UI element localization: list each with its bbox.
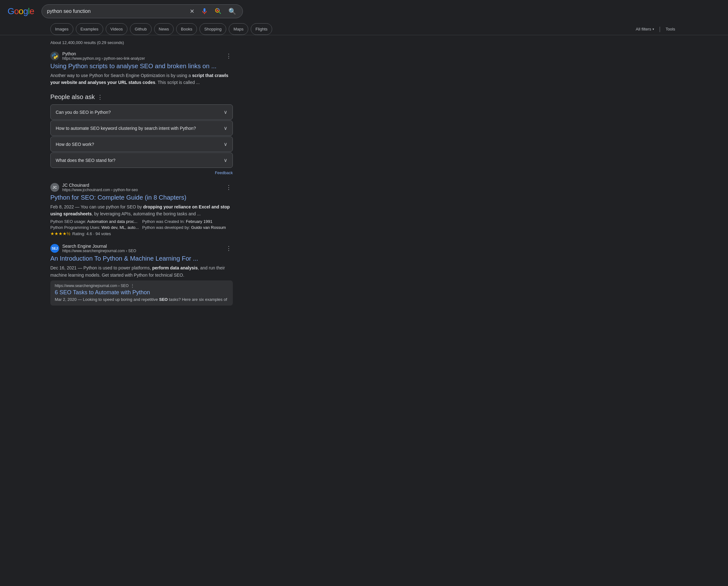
tab-news[interactable]: News	[154, 23, 174, 35]
result-1-snippet: Another way to use Python for Search Eng…	[50, 72, 233, 86]
result-1-source-name: Python	[62, 51, 145, 56]
result-1-more-icon[interactable]: ⋮	[225, 51, 233, 61]
tab-examples[interactable]: Examples	[76, 23, 103, 35]
all-filters-label: All filters	[636, 27, 651, 31]
search-input[interactable]	[47, 8, 189, 14]
paa-chevron-2: ∨	[224, 141, 227, 147]
sub-link-1-title[interactable]: 6 SEO Tasks to Automate with Python	[55, 289, 228, 296]
chevron-down-icon: ▾	[652, 27, 654, 31]
mic-button[interactable]	[199, 6, 209, 16]
result-2-rating: ★★★★½ Rating: 4.6 · 94 votes	[50, 231, 233, 236]
google-logo: Google	[7, 6, 34, 16]
result-1-source-info: Python https://www.python.org › python-s…	[62, 51, 145, 61]
result-2-snippet: Feb 8, 2022 — You can use python for SEO…	[50, 204, 233, 217]
result-3-favicon: SEJ	[50, 244, 59, 253]
result-1-title[interactable]: Using Python scripts to analyse SEO and …	[50, 62, 233, 70]
svg-point-3	[54, 57, 54, 58]
result-3-source-url: https://www.searchenginejournal.com › SE…	[62, 249, 136, 253]
result-1-source: Python https://www.python.org › python-s…	[50, 51, 233, 61]
search-bar-wrapper: ✕ 🔍	[42, 4, 243, 18]
paa-chevron-1: ∨	[224, 125, 227, 131]
tab-images[interactable]: Images	[50, 23, 73, 35]
tab-videos[interactable]: Videos	[106, 23, 128, 35]
result-3-title[interactable]: An Introduction To Python & Machine Lear…	[50, 254, 233, 263]
svg-point-1	[217, 9, 218, 11]
search-icons: ✕ 🔍	[189, 6, 237, 16]
meta-developed-label: Python was developed by: Guido van Rossu…	[142, 225, 233, 230]
result-2-source: JC JC Chouinard https://www.jcchouinard.…	[50, 183, 233, 192]
result-2-source-info: JC Chouinard https://www.jcchouinard.com…	[62, 183, 138, 192]
result-2-meta: Python SEO usage: Automation and data pr…	[50, 219, 233, 230]
paa-question-1: How to automate SEO keyword clustering b…	[56, 126, 196, 131]
python-logo-icon	[51, 53, 58, 59]
sub-link-1-snippet: Mar 2, 2020 — Looking to speed up boring…	[55, 296, 228, 303]
search-bar[interactable]: ✕ 🔍	[42, 4, 243, 18]
paa-chevron-3: ∨	[224, 157, 227, 163]
result-3-source: SEJ Search Engine Journal https://www.se…	[50, 244, 233, 253]
meta-uses-label: Python Programming Uses: Web dev, ML, au…	[50, 225, 141, 230]
paa-item-0[interactable]: Can you do SEO in Python? ∨	[50, 104, 233, 120]
search-result-2: JC JC Chouinard https://www.jcchouinard.…	[50, 183, 233, 236]
paa-item-2[interactable]: How do SEO work? ∨	[50, 136, 233, 152]
meta-seo-usage-label: Python SEO usage: Automation and data pr…	[50, 219, 141, 224]
sub-link-1-url: https://www.searchenginejournal.com › SE…	[55, 284, 228, 288]
results-count: About 12,400,000 results (0.29 seconds)	[50, 40, 233, 45]
search-icon: 🔍	[228, 7, 236, 15]
lens-icon	[215, 7, 222, 15]
tab-shopping[interactable]: Shopping	[199, 23, 226, 35]
result-1-source-url: https://www.python.org › python-seo-link…	[62, 56, 145, 61]
paa-question-2: How do SEO work?	[56, 142, 94, 147]
tools-button[interactable]: Tools	[663, 24, 678, 34]
feedback-row: Feedback	[50, 170, 233, 175]
tab-github[interactable]: Github	[130, 23, 151, 35]
svg-point-2	[55, 54, 56, 55]
people-also-ask: People also ask ⋮ Can you do SEO in Pyth…	[50, 94, 233, 175]
result-2-title[interactable]: Python for SEO: Complete Guide (in 8 Cha…	[50, 193, 233, 202]
lens-button[interactable]	[213, 6, 223, 16]
paa-title: People also ask	[50, 94, 95, 101]
paa-item-1[interactable]: How to automate SEO keyword clustering b…	[50, 121, 233, 136]
result-2-favicon: JC	[50, 183, 59, 192]
all-filters-button[interactable]: All filters ▾	[633, 24, 657, 34]
tab-books[interactable]: Books	[176, 23, 197, 35]
paa-question-3: What does the SEO stand for?	[56, 158, 116, 163]
result-3-snippet: Dec 16, 2021 — Python is used to power p…	[50, 264, 233, 278]
meta-created-label: Python was Created In: February 1991	[142, 219, 233, 224]
search-result-1: Python https://www.python.org › python-s…	[50, 51, 233, 86]
paa-chevron-0: ∨	[224, 109, 227, 115]
clear-button[interactable]: ✕	[189, 7, 196, 16]
mic-icon	[201, 7, 208, 15]
result-2-source-name: JC Chouinard	[62, 183, 138, 188]
sub-link-1: https://www.searchenginejournal.com › SE…	[50, 281, 233, 306]
search-result-3: SEJ Search Engine Journal https://www.se…	[50, 244, 233, 305]
feedback-link[interactable]: Feedback	[215, 170, 233, 175]
paa-more-icon[interactable]: ⋮	[97, 94, 103, 101]
tab-maps[interactable]: Maps	[229, 23, 248, 35]
stars-icon: ★★★★½	[50, 231, 71, 236]
paa-item-3[interactable]: What does the SEO stand for? ∨	[50, 153, 233, 168]
result-3-source-info: Search Engine Journal https://www.search…	[62, 244, 136, 253]
result-3-source-name: Search Engine Journal	[62, 244, 136, 249]
search-button[interactable]: 🔍	[227, 6, 237, 16]
paa-question-0: Can you do SEO in Python?	[56, 110, 111, 115]
nav-tabs: Images Examples Videos Github News Books…	[0, 21, 728, 35]
result-2-more-icon[interactable]: ⋮	[225, 183, 233, 192]
main-content: About 12,400,000 results (0.29 seconds) …	[0, 35, 283, 305]
sub-link-more-icon[interactable]: ⋮	[130, 284, 134, 288]
result-2-source-url: https://www.jcchouinard.com › python-for…	[62, 188, 138, 192]
nav-divider: |	[659, 26, 661, 32]
rating-text: Rating: 4.6 · 94 votes	[72, 231, 111, 236]
result-1-favicon	[50, 52, 59, 60]
result-3-more-icon[interactable]: ⋮	[225, 244, 233, 253]
clear-icon: ✕	[190, 8, 195, 15]
paa-header: People also ask ⋮	[50, 94, 233, 101]
tab-flights[interactable]: Flights	[251, 23, 272, 35]
header: Google ✕	[0, 0, 728, 18]
